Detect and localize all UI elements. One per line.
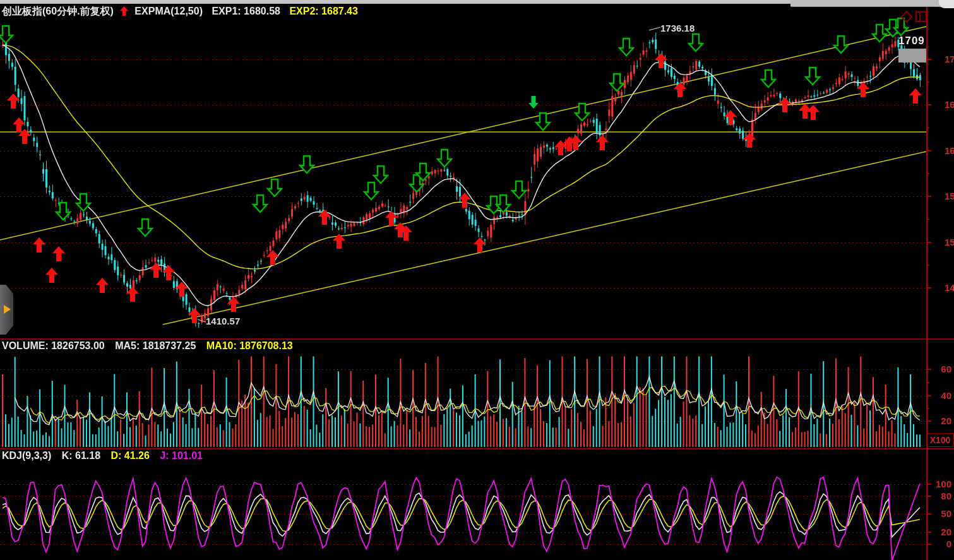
indicator-name: EXPMA(12,50) (134, 6, 203, 16)
axis-label: 1700 (945, 54, 954, 64)
volume-value: VOLUME: 1826753.00 (2, 340, 105, 351)
axis-label: 1650 (945, 99, 954, 110)
symbol-title: 创业板指(60分钟.前复权) (2, 6, 114, 16)
peak-annotation: 1736.18 (660, 23, 695, 33)
exp1-value: EXP1: 1680.58 (212, 6, 280, 16)
expand-arrow-icon (4, 305, 11, 314)
window-corner-tab (939, 0, 954, 8)
volume-ma5-value: MA5: 1818737.25 (115, 340, 196, 351)
kdj-k-value: K: 61.18 (62, 450, 100, 461)
last-price-box (898, 49, 926, 63)
diamond-icon[interactable] (900, 10, 913, 23)
up-arrow-icon (120, 6, 128, 16)
kdj-d-value: D: 41.26 (111, 450, 150, 461)
low-annotation: 1410.57 (206, 316, 240, 326)
axis-label: 100 (929, 479, 951, 489)
chart-canvas (0, 0, 954, 560)
kdj-name: KDJ(9,3,3) (2, 450, 51, 461)
axis-label: 1450 (945, 282, 954, 293)
axis-label: 50 (929, 508, 951, 519)
volume-unit-label: X100 (926, 433, 954, 447)
kdj-title: KDJ(9,3,3) K: 61.18 D: 41.26 J: 101.01 (2, 450, 210, 462)
last-price-label: 1709 (898, 35, 925, 47)
volume-title: VOLUME: 1826753.00 MA5: 1818737.25 MA10:… (2, 340, 301, 352)
axis-label: 0 (929, 539, 951, 549)
exp2-value: EXP2: 1687.43 (289, 6, 358, 16)
window-edge-right (790, 0, 954, 7)
axis-label: 1500 (945, 237, 954, 247)
split-window-icon[interactable] (915, 10, 927, 23)
axis-label: 80 (929, 491, 951, 501)
axis-label: 60 (929, 364, 951, 374)
main-chart-title: 创业板指(60分钟.前复权) EXPMA(12,50) EXP1: 1680.5… (2, 5, 364, 18)
kdj-j-value: J: 101.01 (160, 450, 203, 461)
axis-label: 20 (929, 415, 951, 426)
axis-label: 1550 (945, 191, 954, 201)
panel-expander-tab[interactable] (0, 285, 13, 335)
axis-label: 20 (929, 527, 951, 537)
axis-label: 1600 (945, 145, 954, 156)
volume-ma10-value: MA10: 1876708.13 (206, 340, 293, 351)
axis-label: 40 (929, 390, 951, 401)
